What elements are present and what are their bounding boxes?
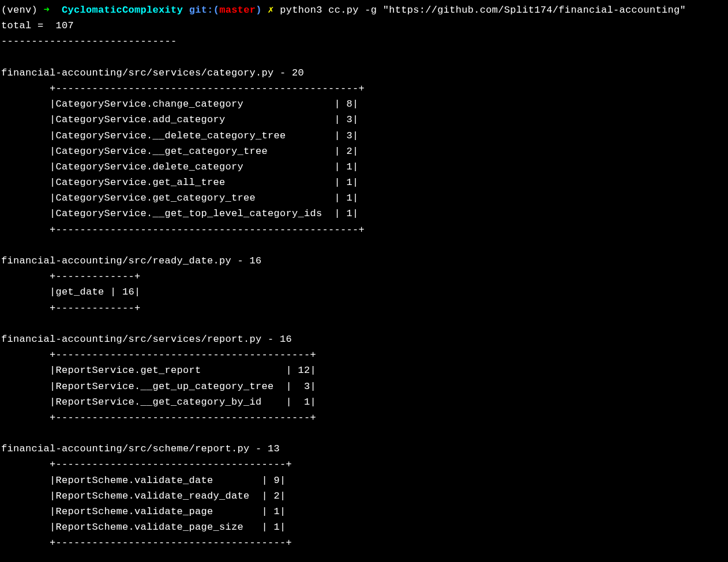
table-row: |CategoryService.delete_category | 1| bbox=[1, 161, 359, 172]
table-border-bottom-2: +---------------------------------------… bbox=[1, 412, 316, 423]
table-row: |CategoryService.__get_top_level_categor… bbox=[1, 208, 359, 219]
table-border-bottom-3: +--------------------------------------+ bbox=[1, 537, 292, 548]
file-header-3: financial-accounting/src/scheme/report.p… bbox=[1, 443, 280, 454]
file-header-2: financial-accounting/src/services/report… bbox=[1, 334, 292, 345]
table-border-top-0: +---------------------------------------… bbox=[1, 83, 365, 94]
table-row: |CategoryService.get_category_tree | 1| bbox=[1, 193, 359, 203]
table-row: |ReportScheme.validate_ready_date | 2| bbox=[1, 491, 286, 501]
table-row: |ReportScheme.validate_page_size | 1| bbox=[1, 522, 286, 533]
table-row: |CategoryService.__delete_category_tree … bbox=[1, 130, 359, 141]
terminal-output: (venv) ➜ CyclomaticComplexity git:(maste… bbox=[1, 5, 686, 548]
prompt-dirty-marker: ✗ bbox=[268, 5, 274, 16]
prompt-arrow: ➜ bbox=[44, 5, 50, 16]
table-border-bottom-0: +---------------------------------------… bbox=[1, 224, 365, 235]
table-row: |CategoryService.__get_category_tree | 2… bbox=[1, 146, 359, 157]
table-row: |get_date | 16| bbox=[1, 286, 141, 297]
total-line: total = 107 bbox=[1, 20, 74, 31]
table-row: |ReportService.__get_up_category_tree | … bbox=[1, 381, 316, 392]
table-row: |CategoryService.change_category | 8| bbox=[1, 99, 359, 110]
table-border-top-1: +-------------+ bbox=[1, 271, 141, 282]
prompt-git-label: git: bbox=[189, 5, 213, 16]
prompt-branch: master bbox=[219, 5, 256, 16]
table-row: |CategoryService.add_category | 3| bbox=[1, 114, 359, 125]
file-header-0: financial-accounting/src/services/catego… bbox=[1, 67, 304, 78]
command-text: python3 cc.py -g "https://github.com/Spl… bbox=[280, 5, 686, 16]
table-row: |ReportScheme.validate_date | 9| bbox=[1, 475, 286, 486]
table-row: |ReportService.__get_category_by_id | 1| bbox=[1, 397, 316, 408]
table-border-top-3: +--------------------------------------+ bbox=[1, 459, 292, 470]
table-border-bottom-1: +-------------+ bbox=[1, 303, 141, 314]
divider: ----------------------------- bbox=[1, 36, 177, 47]
prompt-venv: (venv) bbox=[1, 5, 37, 16]
table-row: |ReportScheme.validate_page | 1| bbox=[1, 506, 286, 517]
table-row: |ReportService.get_report | 12| bbox=[1, 365, 316, 376]
prompt-directory: CyclomaticComplexity bbox=[62, 5, 183, 16]
table-border-top-2: +---------------------------------------… bbox=[1, 349, 316, 360]
file-header-1: financial-accounting/src/ready_date.py -… bbox=[1, 255, 262, 266]
table-row: |CategoryService.get_all_tree | 1| bbox=[1, 177, 359, 188]
